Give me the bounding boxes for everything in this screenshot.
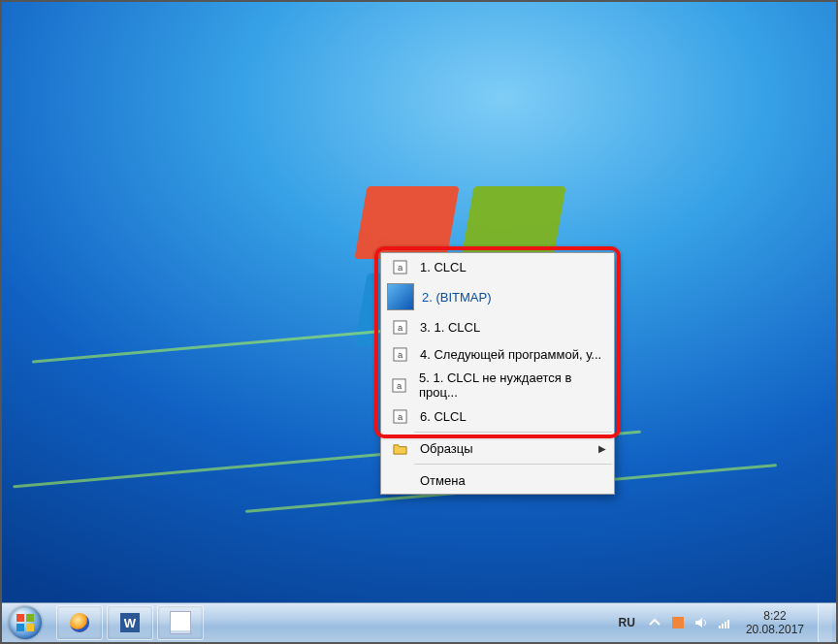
svg-text:a: a [397,381,403,391]
svg-rect-12 [722,624,724,628]
folder-icon [387,437,412,459]
taskbar-app-notepad[interactable] [157,605,204,640]
word-icon: W [120,613,140,632]
clipboard-item-6[interactable]: a 6. CLCL [381,402,614,430]
submenu-arrow-icon: ▶ [598,443,606,454]
clipboard-context-menu: a 1. CLCL 2. (BITMAP) a 3. 1. CLCL a 4. … [380,252,615,495]
clipboard-item-label: 2. (BITMAP) [422,290,492,305]
text-icon: a [387,316,412,338]
language-indicator[interactable]: RU [615,614,639,631]
svg-rect-10 [672,617,684,628]
text-icon: a [387,374,411,396]
menu-cancel-label: Отмена [420,473,466,488]
svg-rect-13 [725,622,726,628]
menu-separator [414,464,612,465]
svg-text:a: a [397,412,403,422]
network-icon[interactable] [717,615,732,630]
clock-time: 8:22 [746,609,804,623]
clock-date: 20.08.2017 [746,623,804,636]
start-button[interactable] [2,603,48,642]
svg-text:a: a [397,350,403,360]
svg-rect-11 [719,626,721,628]
desktop[interactable]: a 1. CLCL 2. (BITMAP) a 3. 1. CLCL a 4. … [2,2,836,642]
text-icon: a [387,405,412,427]
tray-app-icon[interactable] [670,615,686,630]
menu-samples[interactable]: Образцы ▶ [381,435,614,462]
clipboard-item-1[interactable]: a 1. CLCL [381,253,614,280]
firefox-icon [70,613,89,632]
clipboard-item-5[interactable]: a 5. 1. CLCL не нуждается в проц... [381,368,614,402]
text-icon: a [387,256,412,277]
svg-text:a: a [397,323,403,333]
bitmap-thumbnail-icon [387,283,414,310]
svg-text:a: a [397,263,403,273]
clipboard-item-2[interactable]: 2. (BITMAP) [381,280,614,313]
tray-arrow-icon[interactable] [647,615,662,630]
clock[interactable]: 8:22 20.08.2017 [740,607,810,638]
clipboard-item-label: 5. 1. CLCL не нуждается в проц... [419,370,606,400]
clipboard-item-label: 3. 1. CLCL [420,320,480,335]
blank-icon [387,469,412,491]
menu-separator [414,432,612,433]
menu-samples-label: Образцы [420,441,473,456]
taskbar-app-firefox[interactable] [56,605,103,640]
svg-rect-14 [727,620,729,628]
clipboard-item-4[interactable]: a 4. Следующей программой, у... [381,340,614,368]
system-tray: RU 8:22 20.08.2017 [611,603,836,642]
volume-icon[interactable] [693,615,709,630]
clipboard-item-label: 6. CLCL [420,409,467,424]
start-orb-icon [9,606,42,639]
taskbar: W RU 8:22 20.08.2017 [2,602,836,642]
taskbar-app-word[interactable]: W [107,605,153,640]
menu-cancel[interactable]: Отмена [381,467,614,494]
text-icon: a [387,343,412,365]
notepad-icon [170,611,191,634]
clipboard-item-3[interactable]: a 3. 1. CLCL [381,313,614,340]
clipboard-item-label: 4. Следующей программой, у... [420,347,601,362]
clipboard-item-label: 1. CLCL [420,260,467,274]
show-desktop-button[interactable] [818,603,832,642]
